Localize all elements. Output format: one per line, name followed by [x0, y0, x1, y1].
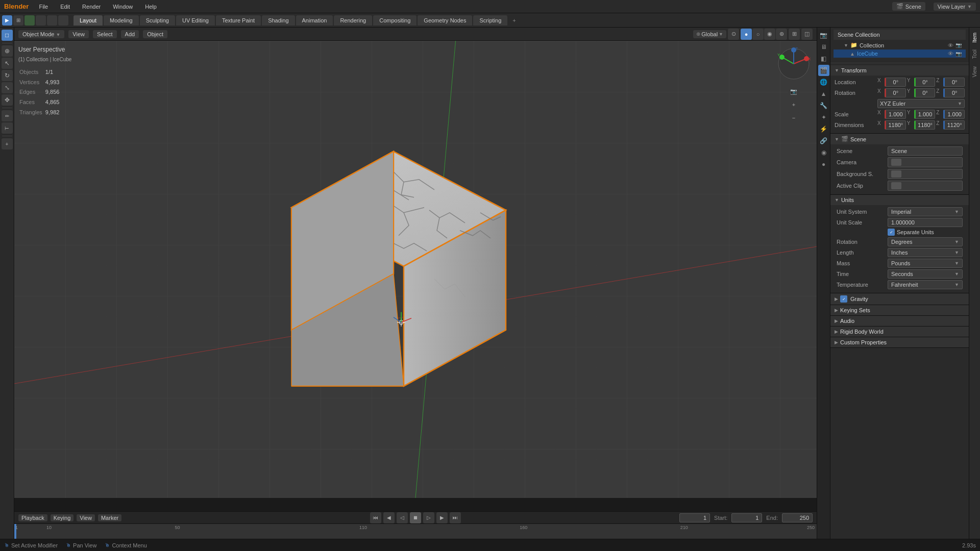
- view-menu-btn[interactable]: View: [68, 30, 89, 38]
- rotation-x[interactable]: 0°: [885, 88, 906, 97]
- workspace-mode-btn[interactable]: ⊞: [13, 15, 23, 26]
- object-menu-btn[interactable]: Object: [143, 30, 167, 38]
- jump-start-btn[interactable]: ⏮: [370, 512, 381, 523]
- next-frame-btn[interactable]: ▶: [436, 512, 448, 523]
- dim-x[interactable]: 1180°: [885, 120, 906, 130]
- view-tab[interactable]: View: [970, 63, 979, 81]
- start-frame-field[interactable]: 1: [731, 513, 762, 522]
- tab-compositing[interactable]: Compositing: [373, 15, 416, 26]
- background-value[interactable]: [888, 169, 963, 179]
- workspace-display-btn2[interactable]: [36, 15, 46, 26]
- current-frame-field[interactable]: 1: [679, 513, 710, 522]
- viewport-shade-wire[interactable]: ○: [752, 29, 764, 40]
- rotation-y[interactable]: 0°: [914, 88, 936, 97]
- playback-menu[interactable]: Playback: [18, 514, 47, 521]
- location-y[interactable]: 0°: [914, 78, 936, 87]
- icecube-render-icon[interactable]: 📷: [955, 51, 962, 57]
- tab-shading[interactable]: Shading: [262, 15, 295, 26]
- audio-header[interactable]: ▶ Audio: [830, 316, 969, 326]
- tab-animation[interactable]: Animation: [296, 15, 333, 26]
- xray-btn[interactable]: ◫: [801, 29, 813, 40]
- tool-rotate[interactable]: ↻: [2, 70, 13, 81]
- viewport-shade-material[interactable]: ◉: [764, 29, 775, 40]
- menu-render[interactable]: Render: [80, 3, 103, 11]
- camera-value[interactable]: [888, 157, 963, 167]
- scale-z[interactable]: 1.000: [943, 110, 965, 119]
- gravity-checkbox[interactable]: ✓: [840, 295, 847, 303]
- tool-cursor[interactable]: ⊕: [2, 45, 13, 57]
- prop-scene-icon[interactable]: 🎬: [818, 65, 829, 76]
- tab-texture-paint[interactable]: Texture Paint: [216, 15, 261, 26]
- menu-file[interactable]: File: [37, 3, 50, 11]
- scene-props-header[interactable]: ▼ 🎬 Scene: [830, 134, 969, 144]
- tool-select-box[interactable]: □: [2, 30, 13, 41]
- add-menu-btn[interactable]: Add: [121, 30, 139, 38]
- icecube-item[interactable]: ▲ IceCube 👁 📷: [834, 49, 966, 58]
- prop-particles-icon[interactable]: ✦: [818, 112, 829, 123]
- zoom-in-btn[interactable]: +: [788, 99, 799, 110]
- menu-help[interactable]: Help: [143, 3, 159, 11]
- scene-name-value[interactable]: Scene: [888, 146, 963, 156]
- viewport-3d[interactable]: User Perspective (1) Collection | IceCub…: [14, 41, 817, 498]
- prop-view-layer-icon[interactable]: ◧: [818, 53, 829, 64]
- tool-tab[interactable]: Tool: [970, 46, 979, 62]
- prop-physics-icon[interactable]: ⚡: [818, 123, 829, 135]
- viewport-shade-render[interactable]: ⊛: [776, 29, 787, 40]
- tab-geometry-nodes[interactable]: Geometry Nodes: [418, 15, 472, 26]
- add-workspace-tab[interactable]: +: [508, 15, 520, 26]
- time-value[interactable]: Seconds ▼: [888, 269, 963, 279]
- tool-transform[interactable]: ✥: [2, 94, 13, 106]
- axis-gizmo[interactable]: X Y Z: [776, 46, 812, 82]
- menu-edit[interactable]: Edit: [58, 3, 72, 11]
- workspace-display-btn1[interactable]: [24, 15, 35, 26]
- keying-menu[interactable]: Keying: [51, 514, 74, 521]
- tab-rendering[interactable]: Rendering: [334, 15, 372, 26]
- tool-measure[interactable]: ⊢: [2, 122, 13, 134]
- view-menu[interactable]: View: [77, 514, 95, 521]
- gravity-header[interactable]: ▶ ✓ Gravity: [830, 293, 969, 305]
- viewport-shade-solid[interactable]: ●: [741, 29, 752, 40]
- length-value[interactable]: Inches ▼: [888, 248, 963, 257]
- prop-material-icon[interactable]: ●: [818, 159, 829, 170]
- location-x[interactable]: 0°: [885, 78, 906, 87]
- units-header[interactable]: ▼ Units: [830, 195, 969, 205]
- overlay-btn[interactable]: ⊞: [789, 29, 800, 40]
- collection-eye-icon[interactable]: 👁: [948, 42, 953, 48]
- timeline-track[interactable]: 1 10 50 110 160 210 250: [14, 524, 817, 539]
- object-mode-dropdown[interactable]: Object Mode ▼: [18, 30, 64, 38]
- jump-end-btn[interactable]: ⏭: [450, 512, 461, 523]
- marker-menu[interactable]: Marker: [98, 514, 121, 521]
- active-clip-value[interactable]: [888, 181, 963, 191]
- tool-move[interactable]: ↖: [2, 58, 13, 69]
- rotation-z[interactable]: 0°: [943, 88, 965, 97]
- menu-window[interactable]: Window: [111, 3, 135, 11]
- prop-world-icon[interactable]: 🌐: [818, 77, 829, 88]
- play-reverse-btn[interactable]: ◁: [397, 512, 408, 523]
- tab-uv-editing[interactable]: UV Editing: [176, 15, 215, 26]
- dim-y[interactable]: 1180°: [914, 120, 936, 130]
- prop-data-icon[interactable]: ◉: [818, 147, 829, 158]
- workspace-display-btn3[interactable]: [47, 15, 57, 26]
- item-tab[interactable]: Item: [970, 30, 979, 45]
- prop-constraints-icon[interactable]: 🔗: [818, 135, 829, 146]
- rotation-units-value[interactable]: Degrees ▼: [888, 237, 963, 246]
- end-frame-field[interactable]: 250: [782, 513, 813, 522]
- zoom-out-btn[interactable]: −: [788, 112, 799, 123]
- tab-modeling[interactable]: Modeling: [104, 15, 139, 26]
- collection-render-icon[interactable]: 📷: [955, 42, 962, 48]
- stop-btn[interactable]: ⏹: [410, 512, 421, 523]
- prop-object-icon[interactable]: ▲: [818, 88, 829, 99]
- prev-frame-btn[interactable]: ◀: [383, 512, 395, 523]
- icecube-eye-icon[interactable]: 👁: [948, 51, 953, 57]
- tool-annotate[interactable]: ✏: [2, 110, 13, 121]
- tab-scripting[interactable]: Scripting: [473, 15, 507, 26]
- scale-x[interactable]: 1.000: [885, 110, 906, 119]
- keying-sets-header[interactable]: ▶ Keying Sets: [830, 305, 969, 315]
- workspace-display-btn4[interactable]: [58, 15, 68, 26]
- mass-value[interactable]: Pounds ▼: [888, 259, 963, 268]
- workspace-icon-btn[interactable]: ▶: [2, 15, 12, 26]
- collection-item[interactable]: ▼ 📁 Collection 👁 📷: [834, 41, 966, 49]
- prop-modifier-icon[interactable]: 🔧: [818, 100, 829, 111]
- scale-y[interactable]: 1.000: [914, 110, 936, 119]
- play-btn[interactable]: ▷: [423, 512, 434, 523]
